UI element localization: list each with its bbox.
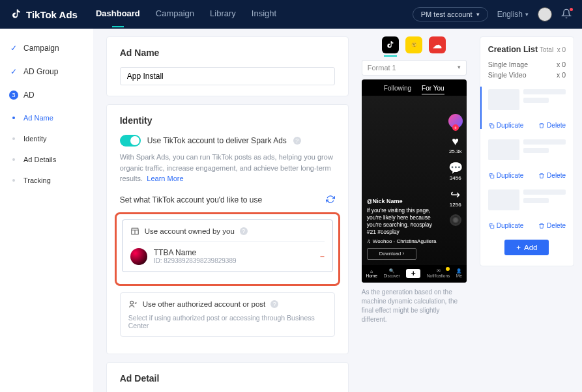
right-panel: Creation List Total x 0 Single Image x 0… [472,29,582,392]
help-text: With Spark Ads, you can run TikTok posts… [120,152,335,184]
trash-icon [538,173,545,179]
nav-label: Me [456,273,462,278]
format-dropdown[interactable]: Format 1 ▾ [362,60,467,76]
phone-nav-add[interactable]: + [406,269,420,278]
tab-foryou[interactable]: For You [422,85,444,92]
sidebar-sub-tracking[interactable]: Tracking [7,173,87,188]
phone-body: ♥25.3k 💬3456 ↪1256 @Nick Name If you're … [362,96,467,265]
language-label: English [497,10,523,19]
comment-button[interactable]: 💬3456 [448,161,463,181]
sidebar-sub-adname[interactable]: Ad Name [7,111,87,125]
ad-name-input[interactable] [120,67,335,85]
remove-account-button[interactable]: − [320,252,325,261]
nav-label: Discover [383,273,400,278]
creation-slot: Duplicate Delete [480,87,566,129]
preview-disclaimer: As the generation based on the machine d… [362,288,467,324]
sidebar-label: AD [23,91,35,100]
creation-list-title: Creation List [488,45,538,54]
language-selector[interactable]: English ▾ [497,10,529,19]
nav-dashboard[interactable]: Dashboard [96,8,140,21]
account-name: PM test account [421,10,473,18]
nav-label: Notifications [427,273,450,278]
nav-library[interactable]: Library [210,8,236,21]
total-count: x 0 [557,46,566,53]
account-avatar [130,248,147,265]
tiktok-app-icon[interactable] [382,36,399,53]
phone-nav-me[interactable]: 👤Me [456,268,462,278]
creation-slot: Duplicate Delete [488,187,566,229]
learn-more-link[interactable]: Learn More [147,175,183,182]
search-icon: 🔍 [383,268,400,273]
line-label: Single Video [488,71,527,79]
help-icon[interactable]: ? [270,300,278,308]
phone-nav-home[interactable]: ⌂Home [366,269,377,278]
chevron-down-icon: ▾ [476,11,480,18]
sidebar-item-ad[interactable]: 3 AD [7,87,87,103]
preview-username: @Nick Name [367,198,439,206]
creation-line-video: Single Video x 0 [488,71,566,79]
card-title: Ad Name [120,48,335,58]
share-button[interactable]: ↪1256 [450,188,461,208]
comment-count: 3456 [448,175,463,181]
delete-button[interactable]: Delete [538,122,566,129]
sidebar-item-campaign[interactable]: ✓ Campaign [7,40,87,56]
profile-follow-icon[interactable] [448,114,463,128]
slot-placeholder [488,137,566,163]
notification-dot [570,8,573,11]
dot-icon [9,158,18,161]
help-icon[interactable]: ? [240,227,248,235]
thumb-placeholder [488,189,519,210]
check-icon: ✓ [9,67,18,76]
creation-list-card: Creation List Total x 0 Single Image x 0… [480,36,574,266]
buzzvideo-app-icon[interactable]: 😲 [405,36,422,53]
phone-preview: Following For You ♥25.3k 💬3456 ↪1256 @Ni… [362,79,467,283]
svg-point-0 [130,301,134,304]
nav-insight[interactable]: Insight [252,8,276,21]
sidebar-label: Ad Name [23,114,53,122]
helo-app-icon[interactable]: ☁ [429,36,446,53]
topbar-right: PM test account ▾ English ▾ [413,7,572,21]
copy-icon [488,173,495,179]
highlighted-account-section: Use account owned by you ? TTBA Name ID:… [115,212,340,286]
check-icon: ✓ [9,44,18,53]
step-number: 3 [9,91,18,100]
app-icon-tabs: 😲 ☁ [362,36,467,53]
sidebar-label: Tracking [23,176,51,184]
own-account-option[interactable]: Use account owned by you ? TTBA Name ID:… [122,219,333,272]
nav-campaign[interactable]: Campaign [156,8,194,21]
like-button[interactable]: ♥25.3k [449,135,462,154]
account-selector[interactable]: PM test account ▾ [413,7,488,21]
dot-icon [9,117,18,119]
tab-following[interactable]: Following [384,85,411,92]
help-icon[interactable]: ? [293,137,301,145]
chevron-down-icon: ▾ [458,64,461,72]
duplicate-button[interactable]: Duplicate [488,172,524,179]
duplicate-button[interactable]: Duplicate [488,122,524,129]
identity-card: Identity Use TikTok account to deliver S… [106,104,349,354]
delete-button[interactable]: Delete [538,222,566,229]
sidebar-sub-addetails[interactable]: Ad Details [7,152,87,167]
add-creation-button[interactable]: + Add [504,240,549,255]
notifications-icon[interactable] [561,8,572,21]
phone-caption: @Nick Name If you're visiting this page,… [367,198,461,260]
account-display-name: TTBA Name [154,248,237,257]
line-label: Single Image [488,61,528,68]
duplicate-button[interactable]: Duplicate [488,222,524,229]
thumb-placeholder [488,139,519,160]
sidebar-sub-identity[interactable]: Identity [7,132,87,146]
phone-action-rail: ♥25.3k 💬3456 ↪1256 [448,114,463,226]
user-avatar[interactable] [538,7,552,21]
phone-nav-notifications[interactable]: ✉Notifications [427,268,450,278]
authorized-account-option[interactable]: Use other authorized account or post ? S… [120,292,335,337]
sidebar-item-adgroup[interactable]: ✓ AD Group [7,64,87,79]
delete-button[interactable]: Delete [538,172,566,179]
phone-nav-discover[interactable]: 🔍Discover [383,268,400,278]
home-icon: ⌂ [366,269,377,273]
music-disc-icon[interactable] [450,214,461,226]
refresh-icon[interactable] [326,195,335,206]
line-count: x 0 [557,71,566,79]
nav-links: Dashboard Campaign Library Insight [96,8,276,21]
spark-ads-toggle[interactable] [120,135,141,147]
copy-icon [488,122,495,129]
download-cta[interactable]: Download › [367,248,416,260]
